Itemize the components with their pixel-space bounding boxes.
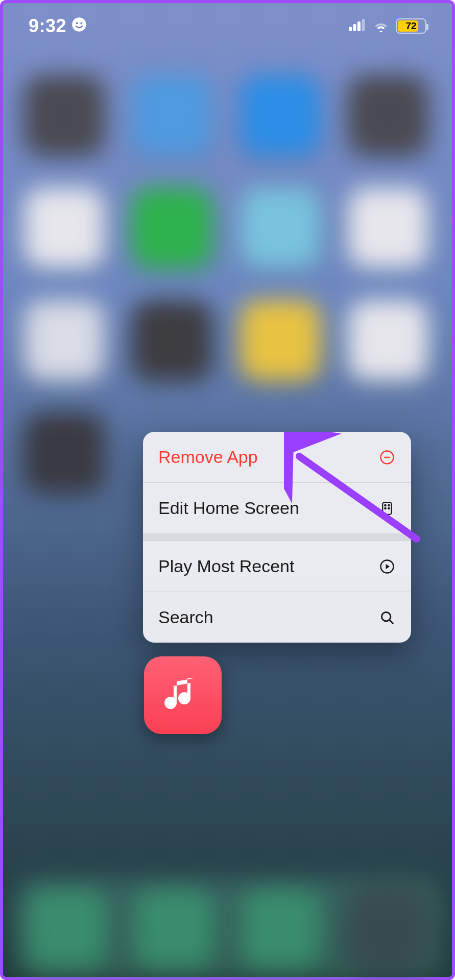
svg-point-1 <box>76 22 78 24</box>
iphone-home-screen: 9:32 72 Remove App Edit H <box>0 0 455 980</box>
svg-line-16 <box>390 620 393 623</box>
apps-grid-icon <box>378 500 396 517</box>
play-most-recent-menu-item[interactable]: Play Most Recent <box>143 541 411 592</box>
battery-indicator: 72 <box>396 18 426 34</box>
svg-point-2 <box>80 22 82 24</box>
menu-section-divider <box>143 533 411 541</box>
app-context-menu: Remove App Edit Home Screen Play Most Re… <box>143 432 411 643</box>
edit-home-screen-menu-item[interactable]: Edit Home Screen <box>143 482 411 533</box>
search-label: Search <box>158 607 213 627</box>
svg-point-13 <box>388 507 390 509</box>
wifi-icon <box>372 18 390 34</box>
play-circle-icon <box>378 558 396 575</box>
cellular-signal-icon <box>349 18 366 34</box>
remove-app-label: Remove App <box>158 447 258 467</box>
search-menu-item[interactable]: Search <box>143 592 411 643</box>
edit-home-label: Edit Home Screen <box>158 498 299 518</box>
svg-rect-3 <box>349 27 352 31</box>
svg-point-11 <box>388 504 390 506</box>
svg-rect-9 <box>382 502 392 514</box>
play-recent-label: Play Most Recent <box>158 556 294 576</box>
status-bar: 9:32 72 <box>3 3 452 49</box>
svg-rect-6 <box>362 19 365 31</box>
svg-point-10 <box>385 504 386 506</box>
remove-app-menu-item[interactable]: Remove App <box>143 432 411 482</box>
emoji-face-icon <box>71 15 87 37</box>
search-icon <box>378 609 396 626</box>
battery-percent: 72 <box>397 20 425 32</box>
status-time: 9:32 <box>29 15 66 37</box>
svg-point-12 <box>385 507 386 509</box>
svg-point-0 <box>72 17 86 32</box>
minus-circle-icon <box>378 449 396 466</box>
music-app-icon[interactable] <box>144 656 222 734</box>
svg-rect-5 <box>357 21 361 31</box>
svg-rect-4 <box>353 24 356 31</box>
